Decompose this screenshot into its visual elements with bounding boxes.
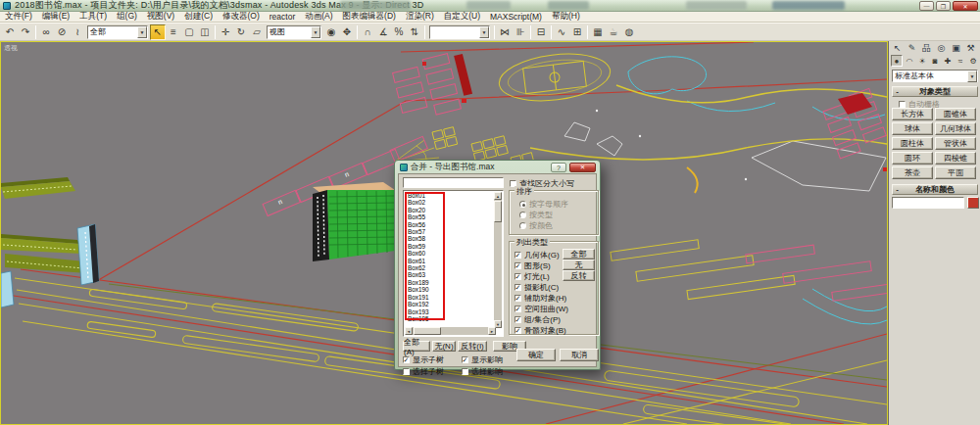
select-all-button[interactable]: 全部(A)	[403, 341, 430, 352]
undo-icon[interactable]: ↶	[2, 24, 18, 40]
select-by-name-icon[interactable]: ≡	[166, 24, 181, 40]
menu-item-views[interactable]: 视图(V)	[142, 11, 179, 23]
name-color-rollout[interactable]: - 名称和颜色	[892, 184, 978, 195]
collapse-icon[interactable]: -	[893, 185, 902, 194]
menu-item-help[interactable]: 帮助(H)	[547, 11, 585, 23]
hierarchy-tab-icon[interactable]: 品	[920, 42, 933, 54]
menu-item-rendering[interactable]: 渲染(R)	[401, 11, 439, 23]
horizontal-scrollbar[interactable]: ◄ ►	[405, 327, 496, 335]
curve-editor-icon[interactable]: ∿	[554, 24, 569, 40]
primitive-button-box[interactable]: 长方体	[892, 108, 933, 120]
vertical-scrollbar[interactable]: ▲ ▼	[494, 192, 502, 328]
menu-item-tools[interactable]: 工具(T)	[74, 11, 112, 23]
redo-icon[interactable]: ↷	[18, 24, 33, 40]
primitive-button-geosphere[interactable]: 几何球体	[935, 122, 976, 135]
menu-item-file[interactable]: 文件(F)	[0, 11, 37, 23]
lights-category-icon[interactable]: ☀	[916, 55, 928, 67]
chevron-down-icon[interactable]: ▼	[137, 26, 147, 38]
help-button[interactable]: ?	[551, 163, 566, 172]
list-item[interactable]: Box63	[405, 271, 489, 278]
menu-item-reactor[interactable]: reactor	[265, 12, 300, 22]
display-tab-icon[interactable]: ▣	[950, 42, 962, 54]
type-checkbox-lights[interactable]: ✓ 灯光(L)	[514, 271, 550, 282]
viewport-label[interactable]: 透视	[4, 43, 18, 53]
menu-item-maxscript[interactable]: MAXScript(M)	[485, 12, 547, 22]
named-selection-sets-dropdown[interactable]: ▼	[429, 25, 490, 39]
types-none-button[interactable]: 无	[563, 260, 595, 270]
angle-snap-icon[interactable]: ∡	[375, 24, 391, 40]
minimize-button[interactable]: —	[919, 1, 934, 11]
percent-snap-icon[interactable]: %	[391, 24, 407, 40]
type-checkbox-space-warps[interactable]: ✓ 空间扭曲(W)	[514, 304, 568, 314]
menu-item-modifiers[interactable]: 修改器(O)	[218, 11, 265, 23]
helpers-category-icon[interactable]: ✚	[942, 55, 954, 67]
primitive-button-teapot[interactable]: 茶壶	[892, 166, 933, 179]
dialog-titlebar[interactable]: 合并 - 导出图书馆.max ? ✕	[398, 161, 597, 173]
cameras-category-icon[interactable]: ◙	[929, 55, 941, 67]
create-tab-icon[interactable]: ↖	[891, 42, 904, 54]
list-item[interactable]: Box59	[405, 243, 489, 250]
list-item[interactable]: Box55	[405, 213, 489, 220]
select-and-link-icon[interactable]: ∞	[38, 24, 54, 40]
select-none-button[interactable]: 无(N)	[432, 341, 456, 352]
type-checkbox-bone-objects[interactable]: ✓ 骨骼对象(B)	[514, 325, 566, 336]
window-crossing-icon[interactable]: ◫	[197, 24, 213, 40]
select-and-rotate-icon[interactable]: ↻	[233, 24, 249, 40]
spinner-snap-icon[interactable]: ⇅	[407, 24, 422, 40]
align-icon[interactable]: ⊪	[513, 24, 528, 40]
list-item[interactable]: Box56	[405, 221, 489, 228]
type-checkbox-shapes[interactable]: ✓ 图形(S)	[514, 260, 551, 271]
cancel-button[interactable]: 取消	[560, 349, 599, 361]
type-checkbox-geometry[interactable]: ✓ 几何体(G)	[514, 250, 560, 260]
primitive-button-plane[interactable]: 平面	[935, 166, 976, 179]
maximize-button[interactable]: ❐	[936, 1, 951, 11]
systems-category-icon[interactable]: ⚙	[967, 55, 979, 67]
object-name-input[interactable]	[892, 197, 964, 209]
reference-coordinate-dropdown[interactable]: 视图 ▼	[267, 25, 321, 39]
primitive-button-pyramid[interactable]: 四棱锥	[935, 152, 976, 165]
chevron-down-icon[interactable]: ▼	[967, 71, 977, 82]
object-list[interactable]: Box01 Box02 Box20 Box55 Box56 Box57 Box5…	[403, 190, 504, 337]
collapse-icon[interactable]: -	[893, 87, 902, 96]
list-item[interactable]: Box62	[405, 264, 489, 271]
material-editor-icon[interactable]: ▦	[590, 24, 606, 40]
utilities-tab-icon[interactable]: ⚒	[964, 42, 977, 54]
snaps-toggle-icon[interactable]: ∩	[360, 24, 375, 40]
unlink-selection-icon[interactable]: ⊘	[54, 24, 70, 40]
display-influences-checkbox[interactable]: ✓ 显示影响	[462, 354, 503, 365]
rectangular-selection-icon[interactable]: ▢	[181, 24, 197, 40]
primitive-button-cone[interactable]: 圆锥体	[935, 108, 976, 120]
list-item[interactable]: Box189	[405, 279, 489, 286]
list-item[interactable]: Box191	[405, 294, 489, 301]
scroll-right-icon[interactable]: ►	[488, 327, 496, 335]
select-influences-checkbox[interactable]: 选择影响	[462, 366, 503, 377]
primitive-button-tube[interactable]: 管状体	[935, 137, 976, 150]
list-item[interactable]: Box57	[405, 228, 489, 235]
sort-radio-by-type[interactable]: 按类型	[519, 210, 553, 220]
type-checkbox-cameras[interactable]: ✓ 摄影机(C)	[514, 282, 559, 293]
list-item[interactable]: Box60	[405, 250, 489, 257]
list-item[interactable]: Box193	[405, 308, 489, 315]
menu-item-group[interactable]: 组(G)	[112, 11, 142, 23]
object-type-rollout[interactable]: - 对象类型	[892, 86, 978, 97]
sort-radio-alphabetical[interactable]: 按字母顺序	[519, 199, 568, 210]
object-color-swatch[interactable]	[967, 197, 979, 209]
chevron-down-icon[interactable]: ▼	[311, 26, 320, 38]
mirror-icon[interactable]: ⋈	[497, 24, 513, 40]
select-and-move-icon[interactable]: ✛	[218, 24, 233, 40]
scroll-up-icon[interactable]: ▲	[494, 192, 502, 200]
primitive-button-sphere[interactable]: 球体	[892, 122, 933, 135]
sort-radio-by-color[interactable]: 按颜色	[519, 220, 553, 231]
layer-manager-icon[interactable]: ⊟	[533, 24, 549, 40]
menu-item-customize[interactable]: 自定义(U)	[439, 11, 485, 23]
menu-item-edit[interactable]: 编辑(E)	[37, 11, 74, 23]
search-input[interactable]	[403, 177, 504, 188]
list-item[interactable]: Box192	[405, 301, 489, 307]
scrollbar-thumb[interactable]	[414, 327, 441, 335]
menu-item-animation[interactable]: 动画(A)	[300, 11, 337, 23]
list-item[interactable]: Box01	[405, 192, 489, 199]
primitive-button-torus[interactable]: 圆环	[892, 152, 933, 165]
list-item[interactable]: Box20	[405, 207, 489, 213]
scroll-left-icon[interactable]: ◄	[405, 327, 413, 335]
type-checkbox-groups[interactable]: ✓ 组/集合(P)	[514, 314, 561, 325]
